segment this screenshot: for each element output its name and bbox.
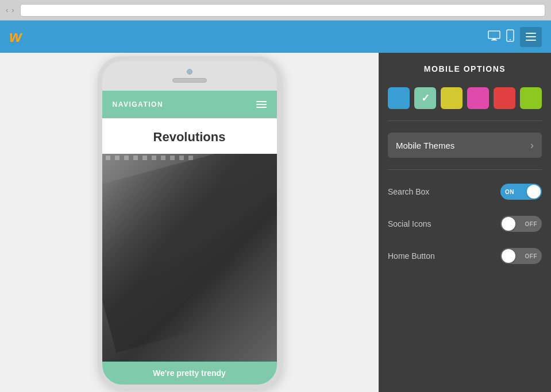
social-icons-row: Social Icons OFF: [388, 214, 542, 234]
social-icons-toggle[interactable]: OFF: [500, 216, 542, 232]
phone-top-bar: [102, 61, 277, 91]
main-content: NAVIGATION Revolutions: [0, 53, 551, 392]
swatch-lime[interactable]: [520, 87, 542, 109]
browser-nav-icons: ‹ ›: [6, 6, 14, 14]
back-icon[interactable]: ‹: [6, 6, 8, 14]
film-strip-visual: [102, 154, 277, 362]
search-box-toggle[interactable]: ON: [500, 184, 542, 200]
phone-image-area: [102, 154, 277, 362]
home-button-label: Home Button: [388, 251, 435, 261]
phone-bottom-text: We're pretty trendy: [153, 368, 226, 378]
mobile-icon[interactable]: [506, 29, 514, 45]
swatch-pink[interactable]: [467, 87, 489, 109]
phone-side-button-left: [98, 118, 99, 141]
swatch-red[interactable]: [494, 87, 515, 109]
panel-title: MOBILE OPTIONS: [388, 64, 542, 73]
home-button-off-text: OFF: [525, 253, 538, 259]
phone-nav-bar: NAVIGATION: [102, 91, 277, 118]
search-box-row: Search Box ON: [388, 181, 542, 202]
svg-point-4: [510, 39, 511, 40]
phone-nav-label: NAVIGATION: [113, 100, 164, 108]
swatch-green[interactable]: [414, 87, 436, 109]
home-button-knob: [502, 249, 515, 263]
divider-2: [388, 169, 542, 170]
mobile-themes-button[interactable]: Mobile Themes ›: [388, 133, 542, 158]
preview-area: NAVIGATION Revolutions: [0, 53, 379, 392]
forward-icon[interactable]: ›: [11, 6, 14, 14]
top-bar-right: [488, 27, 542, 47]
phone-speaker: [172, 78, 207, 83]
swatch-blue[interactable]: [388, 87, 410, 109]
phone-mockup: NAVIGATION Revolutions: [98, 56, 282, 389]
svg-rect-6: [526, 36, 536, 37]
app-container: w: [0, 21, 551, 392]
social-icons-label: Social Icons: [388, 219, 431, 228]
logo: w: [9, 28, 22, 46]
phone-bottom-bar: We're pretty trendy: [102, 362, 277, 385]
menu-button[interactable]: [520, 27, 542, 47]
phone-content-title: Revolutions: [102, 118, 277, 154]
phone-side-button-right: [280, 130, 282, 161]
swatch-yellow[interactable]: [441, 87, 463, 109]
svg-rect-2: [491, 40, 497, 41]
top-bar: w: [0, 21, 551, 53]
address-bar[interactable]: [20, 4, 545, 17]
film-strip-overlay: [102, 154, 277, 352]
color-swatches: [388, 87, 542, 109]
home-button-toggle[interactable]: OFF: [500, 248, 542, 264]
desktop-icon[interactable]: [488, 30, 500, 44]
phone-camera: [187, 69, 192, 75]
phone-hamburger-icon: [256, 101, 267, 108]
phone-screen: NAVIGATION Revolutions: [102, 91, 277, 385]
social-icons-off-text: OFF: [525, 221, 538, 227]
home-button-row: Home Button OFF: [388, 246, 542, 266]
mobile-themes-arrow-icon: ›: [530, 139, 534, 152]
svg-rect-1: [492, 38, 496, 40]
svg-rect-0: [488, 31, 500, 38]
svg-rect-7: [526, 40, 536, 41]
divider-1: [388, 121, 542, 121]
search-box-label: Search Box: [388, 187, 429, 196]
search-box-on-text: ON: [505, 189, 514, 195]
film-holes-top: [102, 154, 277, 162]
mobile-themes-label: Mobile Themes: [396, 141, 454, 150]
browser-chrome: ‹ ›: [0, 0, 551, 21]
social-icons-knob: [502, 217, 515, 231]
svg-rect-5: [526, 33, 536, 34]
search-box-knob: [527, 185, 541, 199]
right-panel: MOBILE OPTIONS Mobile Themes › Search Bo…: [379, 53, 551, 392]
